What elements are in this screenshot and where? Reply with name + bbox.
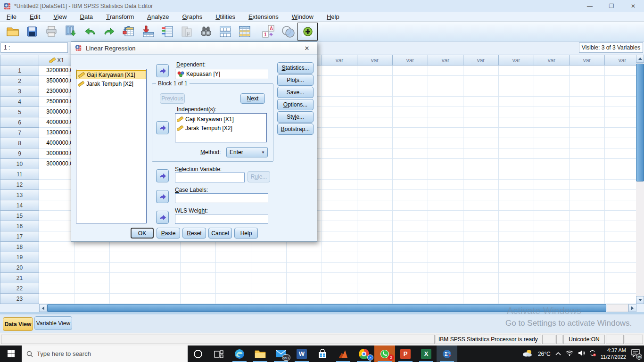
data-cell[interactable]	[393, 252, 428, 263]
data-cell[interactable]	[570, 231, 605, 242]
data-cell[interactable]: 4000000.0	[39, 117, 74, 128]
data-cell[interactable]	[428, 211, 463, 221]
data-cell[interactable]	[428, 221, 463, 231]
data-cell[interactable]	[322, 211, 357, 221]
data-cell[interactable]	[534, 117, 570, 128]
data-cell[interactable]	[499, 148, 534, 159]
save-icon[interactable]	[22, 23, 41, 40]
data-cell[interactable]	[428, 76, 463, 86]
data-cell[interactable]	[181, 294, 216, 304]
dialog-close-icon[interactable]: ✕	[297, 42, 317, 54]
data-cell[interactable]	[499, 180, 534, 190]
data-cell[interactable]	[534, 221, 570, 231]
data-cell[interactable]	[393, 242, 428, 252]
data-cell[interactable]	[605, 148, 636, 159]
temperature-label[interactable]: 26°C	[538, 351, 551, 357]
data-cell[interactable]	[463, 263, 499, 273]
data-cell[interactable]: 3000000.0	[39, 148, 74, 159]
data-cell[interactable]	[393, 231, 428, 242]
data-cell[interactable]	[181, 273, 216, 283]
data-cell[interactable]	[570, 148, 605, 159]
data-cell[interactable]	[322, 190, 357, 200]
data-cell[interactable]	[145, 252, 181, 263]
data-cell[interactable]	[570, 128, 605, 138]
row-header[interactable]: 23	[0, 294, 39, 304]
data-cell[interactable]	[287, 252, 322, 263]
row-header[interactable]: 5	[0, 107, 39, 117]
data-cell[interactable]	[463, 252, 499, 263]
word-icon[interactable]: W	[291, 346, 312, 362]
powerpoint-icon[interactable]: P	[395, 346, 416, 362]
start-button[interactable]	[0, 346, 22, 362]
reset-button[interactable]: Reset	[182, 228, 206, 239]
data-cell[interactable]	[605, 283, 636, 294]
data-cell[interactable]	[605, 242, 636, 252]
data-cell[interactable]	[499, 159, 534, 169]
data-cell[interactable]	[463, 66, 499, 76]
data-cell[interactable]	[39, 221, 74, 231]
descriptives-icon[interactable]: μ	[177, 23, 196, 40]
row-header[interactable]: 18	[0, 242, 39, 252]
data-cell[interactable]	[463, 159, 499, 169]
data-cell[interactable]	[534, 148, 570, 159]
data-cell[interactable]	[534, 180, 570, 190]
data-cell[interactable]	[499, 117, 534, 128]
data-cell[interactable]	[570, 242, 605, 252]
data-cell[interactable]	[357, 273, 393, 283]
independents-list[interactable]: Gaji Karyawan [X1]Jarak Tempuh [X2]	[175, 113, 267, 142]
menu-utilities[interactable]: Utilities	[209, 12, 242, 22]
data-cell[interactable]	[181, 283, 216, 294]
data-cell[interactable]	[428, 263, 463, 273]
data-cell[interactable]	[428, 128, 463, 138]
data-cell[interactable]	[357, 169, 393, 180]
find-icon[interactable]	[196, 23, 215, 40]
data-cell[interactable]	[463, 211, 499, 221]
data-cell[interactable]	[393, 283, 428, 294]
data-cell[interactable]	[322, 97, 357, 107]
data-cell[interactable]	[463, 273, 499, 283]
excel-icon[interactable]: X	[416, 346, 437, 362]
data-cell[interactable]	[74, 263, 110, 273]
data-cell[interactable]	[605, 169, 636, 180]
data-cell[interactable]	[428, 252, 463, 263]
data-cell[interactable]	[605, 117, 636, 128]
data-cell[interactable]	[605, 159, 636, 169]
data-cell[interactable]	[145, 283, 181, 294]
wifi-icon[interactable]	[566, 350, 573, 357]
data-cell[interactable]	[357, 180, 393, 190]
menu-analyze[interactable]: Analyze	[140, 12, 175, 22]
split-file-icon[interactable]	[215, 23, 235, 40]
data-cell[interactable]	[463, 221, 499, 231]
data-cell[interactable]	[145, 273, 181, 283]
data-cell[interactable]	[534, 159, 570, 169]
data-cell[interactable]: 1300000.0	[39, 128, 74, 138]
data-cell[interactable]	[463, 294, 499, 304]
data-cell[interactable]	[534, 138, 570, 148]
data-cell[interactable]	[393, 263, 428, 273]
data-cell[interactable]	[322, 128, 357, 138]
data-cell[interactable]	[463, 97, 499, 107]
data-cell[interactable]	[463, 76, 499, 86]
data-cell[interactable]	[393, 200, 428, 211]
data-cell[interactable]	[605, 211, 636, 221]
data-cell[interactable]	[570, 252, 605, 263]
data-cell[interactable]	[110, 273, 145, 283]
statistics-button[interactable]: Statistics...	[277, 62, 314, 74]
data-cell[interactable]	[39, 180, 74, 190]
data-cell[interactable]	[393, 190, 428, 200]
data-cell[interactable]	[145, 242, 181, 252]
column-header-var[interactable]: var	[393, 55, 428, 66]
data-cell[interactable]	[534, 190, 570, 200]
data-cell[interactable]	[605, 86, 636, 97]
data-cell[interactable]	[499, 283, 534, 294]
data-cell[interactable]	[534, 273, 570, 283]
data-cell[interactable]	[534, 242, 570, 252]
column-header-var[interactable]: var	[499, 55, 534, 66]
insert-cases-icon[interactable]	[235, 23, 254, 40]
data-cell[interactable]	[39, 231, 74, 242]
data-cell[interactable]	[605, 200, 636, 211]
data-cell[interactable]	[605, 107, 636, 117]
data-cell[interactable]	[570, 294, 605, 304]
data-cell[interactable]	[499, 211, 534, 221]
data-cell[interactable]	[74, 283, 110, 294]
